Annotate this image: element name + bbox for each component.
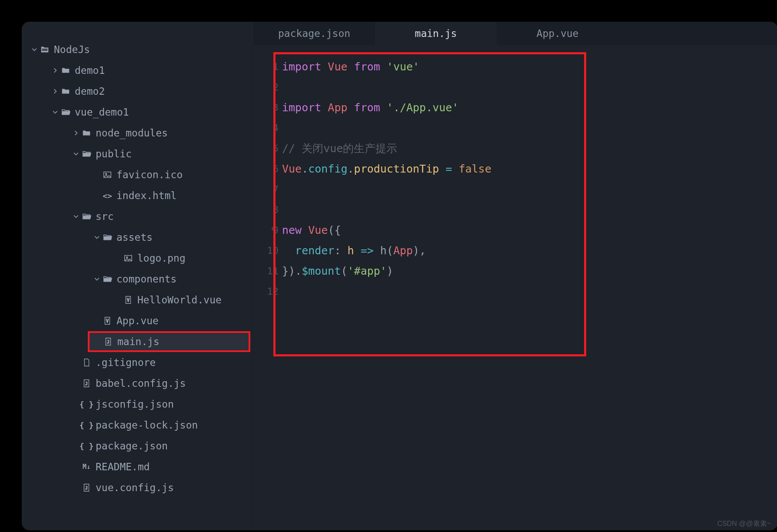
tree-row-public[interactable]: public [22,143,253,164]
code-line[interactable]: Vue.config.productionTip = false [282,159,491,179]
chevron-down-icon[interactable] [92,235,102,240]
svg-text:J: J [107,339,110,344]
code-line[interactable]: // 关闭vue的生产提示 [282,138,491,159]
folder-icon [60,66,71,75]
tree-row-logo-png[interactable]: logo.png [22,248,253,269]
folder-open-icon [102,274,113,284]
svg-point-3 [106,173,107,175]
line-number: 1 [253,57,279,77]
tree-row-node-modules[interactable]: node_modules [22,123,253,143]
svg-text:V: V [106,319,109,323]
tree-item-label: demo2 [75,86,105,97]
tree-row-index-html[interactable]: <>index.html [22,185,253,206]
tree-row-main-js[interactable]: Jmain.js [88,331,250,352]
tree-row-vue-demo1[interactable]: vue_demo1 [22,102,253,123]
code-line[interactable] [282,200,491,220]
line-number: 6 [253,159,279,179]
code-line[interactable] [282,281,491,302]
svg-text:J: J [85,485,88,490]
tree-item-label: public [96,148,132,160]
chevron-right-icon[interactable] [50,68,60,73]
code-icon: <> [102,191,113,200]
tree-row-nodejs[interactable]: NodeJs [22,39,253,60]
vue-icon: V [123,295,134,305]
chevron-down-icon[interactable] [71,151,81,156]
tree-item-label: README.md [96,461,150,472]
file-icon [81,358,92,367]
fold-icon[interactable]: ⊟ [272,225,275,232]
tree-row-components[interactable]: components [22,269,253,289]
folder-root-icon [39,45,50,54]
tree-row-readme-md[interactable]: M↓README.md [22,456,253,477]
folder-open-icon [81,149,92,159]
tree-item-label: node_modules [96,127,168,139]
tree-row-assets[interactable]: assets [22,227,253,248]
code-content[interactable]: import Vue from 'vue' import App from '.… [282,57,491,302]
vue-icon: V [102,316,113,326]
tree-item-label: src [96,211,114,222]
tree-row-app-vue[interactable]: VApp.vue [22,310,253,331]
tree-row-favicon-ico[interactable]: favicon.ico [22,164,253,185]
tree-item-label: HelloWorld.vue [137,294,222,306]
tree-row-jsconfig-json[interactable]: { }jsconfig.json [22,394,253,415]
line-number: 7 [253,179,279,200]
file-explorer[interactable]: NodeJsdemo1demo2vue_demo1node_modulespub… [22,22,253,530]
tree-item-label: NodeJs [54,44,90,55]
code-line[interactable]: render: h => h(App), [282,240,491,261]
line-number: 2 [253,77,279,97]
svg-text:J: J [85,381,88,386]
tree-item-label: App.vue [116,315,159,326]
tab-bar: package.jsonmain.jsApp.vue [253,22,777,45]
tree-item-label: vue.config.js [96,482,174,493]
tree-row-demo2[interactable]: demo2 [22,81,253,102]
image-icon [123,253,134,263]
folder-icon [60,86,71,96]
line-number: 11 [253,261,279,281]
js-icon: J [81,483,92,492]
folder-open-icon [81,212,92,221]
line-number: 12 [253,281,279,302]
tree-item-label: main.js [117,336,159,347]
code-line[interactable]: import App from './App.vue' [282,97,491,118]
tree-row-babel-config-js[interactable]: Jbabel.config.js [22,373,253,394]
tree-item-label: babel.config.js [96,378,186,389]
line-number: 10 [253,240,279,261]
svg-rect-1 [42,50,48,51]
code-line[interactable] [282,77,491,97]
chevron-down-icon[interactable] [30,47,39,52]
json-icon: { } [81,400,92,409]
chevron-down-icon[interactable] [71,214,81,219]
code-line[interactable]: new Vue({ [282,220,491,240]
ide-window: NodeJsdemo1demo2vue_demo1node_modulespub… [22,22,777,530]
tree-row-vue-config-js[interactable]: Jvue.config.js [22,477,253,498]
tree-item-label: index.html [116,190,176,201]
tree-row--gitignore[interactable]: .gitignore [22,352,253,373]
line-number: 8 [253,200,279,220]
tab-package-json[interactable]: package.json [253,22,375,45]
line-number-gutter: 123456789101112 [253,57,279,302]
tree-item-label: jsconfig.json [96,399,174,410]
code-line[interactable]: import Vue from 'vue' [282,57,491,77]
code-line[interactable] [282,179,491,200]
svg-text:V: V [127,298,130,303]
tab-app-vue[interactable]: App.vue [497,22,618,45]
chevron-right-icon[interactable] [50,89,60,94]
tree-row-demo1[interactable]: demo1 [22,60,253,81]
code-line[interactable] [282,118,491,138]
code-line[interactable]: }).$mount('#app') [282,261,491,281]
editor-area: package.jsonmain.jsApp.vue 1234567891011… [253,22,777,530]
tree-row-package-json[interactable]: { }package.json [22,436,253,456]
tab-main-js[interactable]: main.js [375,22,497,45]
json-icon: { } [81,442,92,451]
chevron-down-icon[interactable] [92,276,102,282]
chevron-right-icon[interactable] [71,130,81,136]
line-number: 3 [253,97,279,118]
code-editor[interactable]: 123456789101112 ⊟ import Vue from 'vue' … [253,45,777,530]
folder-icon [81,128,92,138]
tree-row-src[interactable]: src [22,206,253,227]
svg-rect-0 [42,49,48,50]
chevron-down-icon[interactable] [50,110,60,115]
tree-row-helloworld-vue[interactable]: VHelloWorld.vue [22,289,253,310]
tree-item-label: components [116,273,176,285]
tree-row-package-lock-json[interactable]: { }package-lock.json [22,415,253,436]
